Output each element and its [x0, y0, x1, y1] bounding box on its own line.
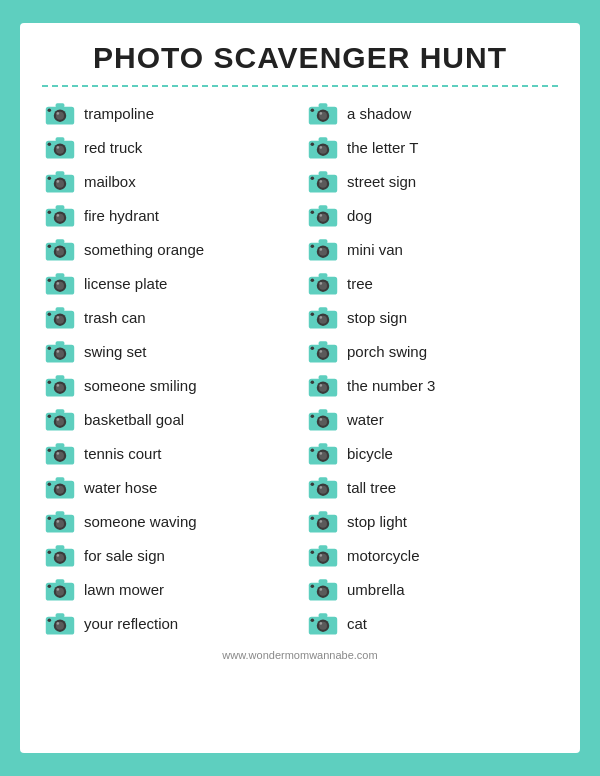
list-item: umbrella [305, 573, 558, 605]
svg-point-149 [311, 381, 315, 385]
svg-rect-31 [56, 273, 65, 277]
svg-point-154 [319, 418, 322, 421]
svg-point-34 [56, 282, 59, 285]
item-label: a shadow [347, 105, 411, 122]
item-label: stop sign [347, 309, 407, 326]
svg-point-124 [319, 248, 322, 251]
svg-point-58 [56, 418, 59, 421]
svg-point-178 [319, 554, 322, 557]
svg-point-17 [48, 177, 52, 181]
svg-point-118 [319, 214, 322, 217]
item-label: the letter T [347, 139, 418, 156]
svg-rect-7 [56, 137, 65, 141]
svg-point-41 [48, 313, 52, 317]
svg-rect-85 [56, 579, 65, 583]
item-label: bicycle [347, 445, 393, 462]
list-item: swing set [42, 335, 295, 367]
item-label: trash can [84, 309, 146, 326]
camera-icon [44, 508, 76, 534]
camera-icon [307, 236, 339, 262]
camera-icon [44, 270, 76, 296]
svg-point-130 [319, 282, 322, 285]
list-item: stop sign [305, 301, 558, 333]
card: PHOTO SCAVENGER HUNT trampolinered truck… [20, 23, 580, 753]
list-item: license plate [42, 267, 295, 299]
item-label: motorcycle [347, 547, 420, 564]
svg-rect-103 [319, 137, 328, 141]
item-label: tennis court [84, 445, 162, 462]
list-item: lawn mower [42, 573, 295, 605]
right-column: a shadowthe letter Tstreet signdogmini v… [305, 97, 558, 639]
item-label: for sale sign [84, 547, 165, 564]
list-item: dog [305, 199, 558, 231]
camera-icon [44, 134, 76, 160]
svg-point-137 [311, 313, 315, 317]
svg-point-59 [48, 415, 52, 419]
camera-icon [44, 576, 76, 602]
list-item: bicycle [305, 437, 558, 469]
camera-icon [44, 202, 76, 228]
svg-rect-43 [56, 341, 65, 345]
item-label: water [347, 411, 384, 428]
svg-point-100 [319, 112, 322, 115]
svg-rect-55 [56, 409, 65, 413]
item-label: porch swing [347, 343, 427, 360]
svg-point-46 [56, 350, 59, 353]
svg-point-89 [48, 585, 52, 589]
item-label: someone smiling [84, 377, 197, 394]
svg-point-184 [319, 588, 322, 591]
item-label: water hose [84, 479, 157, 496]
columns: trampolinered truckmailboxfire hydrantso… [42, 97, 558, 639]
svg-point-161 [311, 449, 315, 453]
item-label: lawn mower [84, 581, 164, 598]
svg-point-65 [48, 449, 52, 453]
list-item: porch swing [305, 335, 558, 367]
camera-icon [44, 406, 76, 432]
list-item: basketball goal [42, 403, 295, 435]
list-item: street sign [305, 165, 558, 197]
svg-rect-151 [319, 409, 328, 413]
svg-rect-25 [56, 239, 65, 243]
list-item: something orange [42, 233, 295, 265]
svg-point-77 [48, 517, 52, 521]
item-label: cat [347, 615, 367, 632]
svg-rect-115 [319, 205, 328, 209]
svg-rect-187 [319, 613, 328, 617]
svg-rect-127 [319, 273, 328, 277]
svg-point-173 [311, 517, 315, 521]
camera-icon [44, 610, 76, 636]
svg-rect-49 [56, 375, 65, 379]
svg-point-11 [48, 143, 52, 147]
svg-point-76 [56, 520, 59, 523]
list-item: tennis court [42, 437, 295, 469]
svg-point-160 [319, 452, 322, 455]
camera-icon [44, 440, 76, 466]
item-label: mailbox [84, 173, 136, 190]
svg-rect-1 [56, 103, 65, 107]
camera-icon [307, 100, 339, 126]
svg-point-23 [48, 211, 52, 215]
item-label: tree [347, 275, 373, 292]
camera-icon [307, 474, 339, 500]
svg-point-35 [48, 279, 52, 283]
item-label: tall tree [347, 479, 396, 496]
svg-point-4 [56, 112, 59, 115]
svg-point-70 [56, 486, 59, 489]
camera-icon [44, 168, 76, 194]
camera-icon [307, 338, 339, 364]
svg-point-142 [319, 350, 322, 353]
item-label: mini van [347, 241, 403, 258]
svg-point-125 [311, 245, 315, 249]
camera-icon [307, 610, 339, 636]
svg-rect-61 [56, 443, 65, 447]
svg-point-172 [319, 520, 322, 523]
camera-icon [307, 542, 339, 568]
svg-point-185 [311, 585, 315, 589]
svg-rect-37 [56, 307, 65, 311]
list-item: fire hydrant [42, 199, 295, 231]
camera-icon [44, 236, 76, 262]
left-column: trampolinered truckmailboxfire hydrantso… [42, 97, 295, 639]
svg-rect-67 [56, 477, 65, 481]
item-label: trampoline [84, 105, 154, 122]
svg-rect-13 [56, 171, 65, 175]
